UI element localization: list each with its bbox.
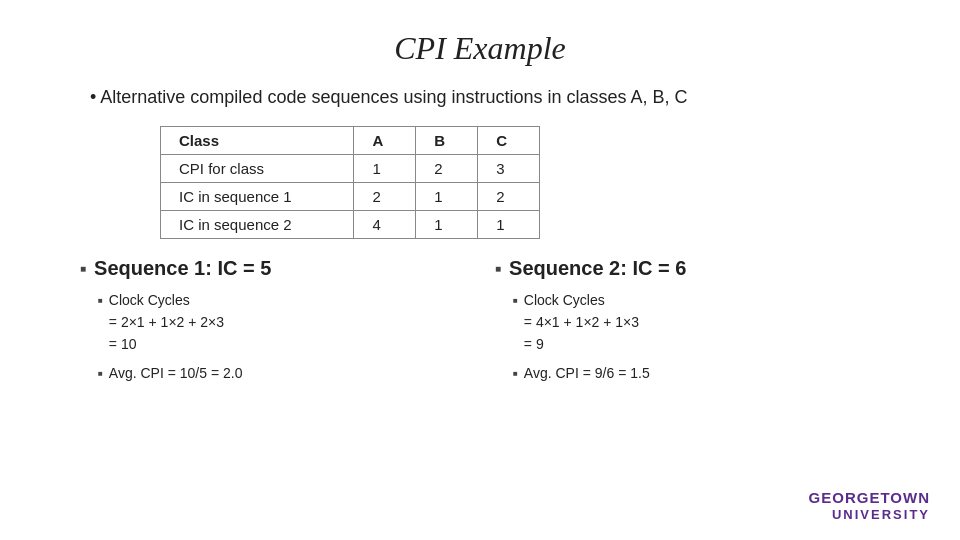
col-a: A — [354, 127, 416, 155]
cpi-table: Class A B C CPI for class 1 2 3 IC in se… — [160, 126, 540, 239]
slide: CPI Example Alternative compiled code se… — [0, 0, 960, 540]
col-class: Class — [161, 127, 354, 155]
row3-a: 4 — [354, 211, 416, 239]
logo-line1: GEORGETOWN — [809, 489, 930, 507]
seq1-clock-cycles: Clock Cycles = 2×1 + 1×2 + 2×3 = 10 — [98, 290, 475, 355]
seq1-clock-text: Clock Cycles = 2×1 + 1×2 + 2×3 = 10 — [109, 290, 224, 355]
sequence1-col: Sequence 1: IC = 5 Clock Cycles = 2×1 + … — [70, 257, 485, 393]
seq2-avg-cpi: Avg. CPI = 9/6 = 1.5 — [513, 363, 890, 385]
row1-b: 2 — [416, 155, 478, 183]
col-c: C — [478, 127, 540, 155]
sequences-section: Sequence 1: IC = 5 Clock Cycles = 2×1 + … — [70, 257, 900, 393]
row3-b: 1 — [416, 211, 478, 239]
slide-title: CPI Example — [60, 30, 900, 67]
table-row: IC in sequence 1 2 1 2 — [161, 183, 540, 211]
seq2-clock-text: Clock Cycles = 4×1 + 1×2 + 1×3 = 9 — [524, 290, 639, 355]
row2-c: 2 — [478, 183, 540, 211]
row1-c: 3 — [478, 155, 540, 183]
table-row: IC in sequence 2 4 1 1 — [161, 211, 540, 239]
row1-label: CPI for class — [161, 155, 354, 183]
georgetown-logo: GEORGETOWN UNIVERSITY — [809, 489, 930, 522]
sequence2-col: Sequence 2: IC = 6 Clock Cycles = 4×1 + … — [485, 257, 900, 393]
table-wrapper: Class A B C CPI for class 1 2 3 IC in se… — [160, 126, 900, 239]
row3-label: IC in sequence 2 — [161, 211, 354, 239]
row2-a: 2 — [354, 183, 416, 211]
seq2-clock-cycles: Clock Cycles = 4×1 + 1×2 + 1×3 = 9 — [513, 290, 890, 355]
seq1-avg-text: Avg. CPI = 10/5 = 2.0 — [109, 363, 243, 385]
row1-a: 1 — [354, 155, 416, 183]
seq2-header: Sequence 2: IC = 6 — [495, 257, 890, 280]
row3-c: 1 — [478, 211, 540, 239]
seq1-avg-cpi: Avg. CPI = 10/5 = 2.0 — [98, 363, 475, 385]
intro-text: Alternative compiled code sequences usin… — [90, 85, 900, 110]
logo-line2: UNIVERSITY — [809, 507, 930, 522]
seq2-avg-text: Avg. CPI = 9/6 = 1.5 — [524, 363, 650, 385]
row2-b: 1 — [416, 183, 478, 211]
table-row: CPI for class 1 2 3 — [161, 155, 540, 183]
col-b: B — [416, 127, 478, 155]
row2-label: IC in sequence 1 — [161, 183, 354, 211]
seq1-header: Sequence 1: IC = 5 — [80, 257, 475, 280]
